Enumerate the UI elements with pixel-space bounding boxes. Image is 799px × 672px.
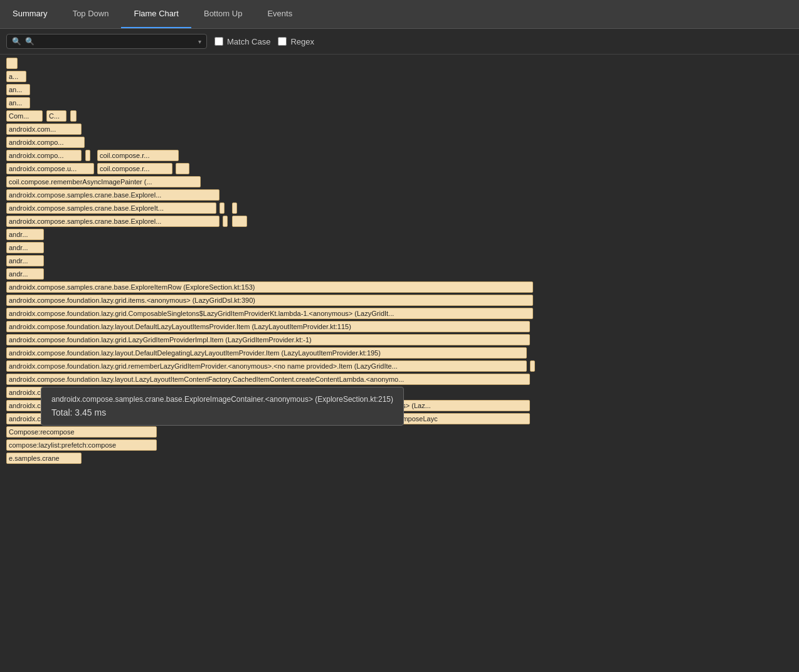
flame-row: androidx.compose.foundation.lazy.grid.re… (0, 360, 799, 373)
flame-block[interactable]: andr... (6, 255, 44, 266)
tab-flame-chart-label: Flame Chart (134, 9, 179, 18)
tooltip-total: Total: 3.45 ms (51, 407, 393, 417)
flame-block[interactable]: androidx.compose.foundation.lazy.layout.… (6, 321, 530, 332)
flame-block[interactable]: androidx.compose.foundation.lazy.layout.… (6, 374, 530, 385)
flame-block[interactable] (70, 110, 77, 122)
flame-block[interactable]: androidx.compose.foundation.lazy.layout.… (6, 347, 527, 359)
flame-block[interactable]: androidx.compose.foundation.lazy.grid.it… (6, 295, 533, 306)
flame-row: an... (0, 84, 799, 97)
flame-block[interactable]: coil.compose.r... (97, 163, 172, 174)
flame-block[interactable]: coil.compose.r... (97, 150, 179, 161)
flame-row: androidx.compo... (0, 137, 799, 149)
flame-row: androidx.compose.samples.crane.base.Expl… (0, 216, 799, 228)
flame-row: an... (0, 97, 799, 110)
flame-block[interactable] (176, 163, 189, 174)
tab-top-down[interactable]: Top Down (60, 0, 122, 28)
flame-row: compose:lazylist:prefetch:compose (0, 439, 799, 452)
tab-bottom-up[interactable]: Bottom Up (191, 0, 255, 28)
flame-block[interactable]: e.samples.crane (6, 453, 82, 464)
tooltip-title: androidx.compose.samples.crane.base.Expl… (51, 395, 393, 404)
flame-row: Compose:recompose (0, 426, 799, 439)
flame-block[interactable]: compose:lazylist:prefetch:compose (6, 439, 157, 451)
flame-block[interactable]: andr... (6, 229, 44, 240)
flame-row: a... (0, 71, 799, 83)
flame-block[interactable]: androidx.compose.foundation.lazy.grid.re… (6, 360, 527, 372)
flame-block[interactable]: coil.compose.rememberAsyncImagePainter (… (6, 176, 201, 187)
search-wrapper: 🔍 ▾ (6, 34, 207, 49)
flame-row: androidx.compose.foundation.lazy.grid.La… (0, 334, 799, 347)
flame-block[interactable] (530, 360, 535, 372)
flame-block[interactable]: androidx.compo... (6, 137, 85, 148)
flame-block[interactable]: andr... (6, 268, 44, 280)
flame-block[interactable]: androidx.compose.u... (6, 163, 94, 174)
flame-block[interactable]: androidx.compose.samples.crane.base.Expl… (6, 189, 220, 201)
flame-row: androidx.compose.foundation.lazy.layout.… (0, 374, 799, 386)
flame-block[interactable]: androidx.compose.samples.crane.base.Expl… (6, 281, 533, 293)
flame-row: androidx.compo... coil.compose.r... (0, 150, 799, 162)
tab-events[interactable]: Events (255, 0, 305, 28)
flame-row: androidx.compose.u... coil.compose.r... (0, 163, 799, 176)
tab-flame-chart[interactable]: Flame Chart (121, 0, 191, 28)
flame-block[interactable]: androidx.compose.samples.crane.base.Expl… (6, 202, 216, 214)
flame-block[interactable]: Compose:recompose (6, 426, 157, 438)
flame-area: a... an... an... Com... C... androidx.co… (0, 55, 799, 669)
flame-block[interactable]: andr... (6, 242, 44, 253)
flame-row: androidx.compose.samples.crane.base.Expl… (0, 202, 799, 215)
flame-block[interactable]: a... (6, 71, 26, 82)
flame-block[interactable] (6, 58, 18, 69)
search-icon: 🔍 (12, 37, 21, 46)
flame-row: Com... C... (0, 110, 799, 123)
flame-block[interactable]: an... (6, 97, 30, 108)
flame-row: androidx.compose.foundation.lazy.grid.Co… (0, 308, 799, 320)
flame-block[interactable] (85, 150, 90, 161)
regex-checkbox[interactable] (278, 37, 287, 46)
flame-block[interactable] (232, 202, 237, 214)
tab-summary[interactable]: Summary (0, 0, 60, 28)
flame-row (0, 58, 799, 70)
tab-bottom-up-label: Bottom Up (204, 9, 242, 18)
flame-block[interactable]: an... (6, 84, 30, 95)
search-dropdown-arrow[interactable]: ▾ (198, 38, 201, 45)
regex-label[interactable]: Regex (278, 37, 314, 46)
flame-row: androidx.compose.foundation.lazy.layout.… (0, 347, 799, 360)
search-bar: 🔍 ▾ Match Case Regex (0, 29, 799, 55)
flame-row: andr... (0, 229, 799, 241)
flame-block[interactable] (223, 216, 228, 227)
flame-row: andr... (0, 255, 799, 268)
flame-block[interactable]: androidx.compo... (6, 150, 82, 161)
tab-summary-label: Summary (13, 9, 48, 18)
flame-row: e.samples.crane (0, 453, 799, 465)
match-case-label[interactable]: Match Case (214, 37, 270, 46)
tabs-bar: Summary Top Down Flame Chart Bottom Up E… (0, 0, 799, 29)
flame-block[interactable] (232, 216, 247, 227)
tab-top-down-label: Top Down (73, 9, 109, 18)
flame-block[interactable]: androidx.compose.samples.crane.base.Expl… (6, 216, 220, 227)
flame-block[interactable]: androidx.com... (6, 123, 82, 135)
flame-block[interactable]: Com... (6, 110, 43, 122)
flame-block[interactable]: C... (46, 110, 66, 122)
flame-block[interactable] (220, 202, 225, 214)
tooltip: androidx.compose.samples.crane.base.Expl… (41, 387, 404, 426)
flame-row: andr... (0, 268, 799, 281)
flame-row: andr... (0, 242, 799, 255)
flame-row: androidx.compose.samples.crane.base.Expl… (0, 189, 799, 202)
regex-text: Regex (290, 37, 314, 46)
match-case-checkbox[interactable] (214, 37, 223, 46)
flame-block[interactable]: androidx.compose.foundation.lazy.grid.Co… (6, 308, 533, 319)
flame-row: androidx.compose.foundation.lazy.layout.… (0, 321, 799, 333)
flame-row: androidx.com... (0, 123, 799, 136)
flame-row: androidx.compose.samples.crane.base.Expl… (0, 281, 799, 294)
flame-row: coil.compose.rememberAsyncImagePainter (… (0, 176, 799, 189)
tab-events-label: Events (267, 9, 292, 18)
flame-block[interactable]: androidx.compose.foundation.lazy.grid.La… (6, 334, 530, 345)
flame-row: androidx.compose.foundation.lazy.grid.it… (0, 295, 799, 307)
search-input[interactable] (25, 37, 196, 46)
match-case-text: Match Case (227, 37, 270, 46)
